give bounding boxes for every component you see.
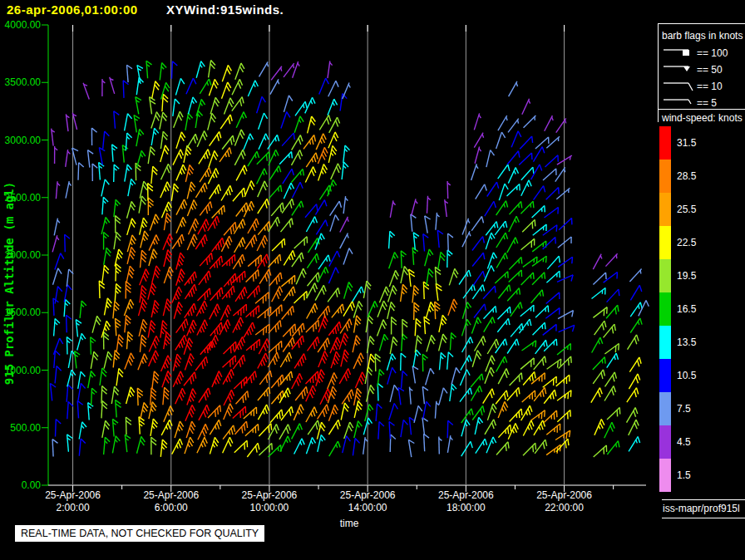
speed-tick-label: 16.5 [677,303,696,315]
wind-barb [511,131,521,147]
barb-pennant50-icon [660,62,697,77]
speed-tick-label: 25.5 [677,204,696,215]
wind-barb [258,405,269,420]
wind-barb [318,267,328,282]
x-tick-label: 25-Apr-200610:00:00 [228,489,311,514]
wind-barb [257,96,266,113]
wind-barb [292,169,304,183]
wind-barb [234,238,245,253]
wind-barb [208,113,216,130]
wind-barb [114,165,120,182]
wind-barb [425,249,433,266]
wind-barb [522,341,536,351]
wind-barb [320,389,331,405]
wind-barb [534,420,545,435]
wind-barb [295,101,307,115]
wind-barb [175,78,184,95]
wind-barb [105,298,112,316]
wind-barb [164,250,172,267]
wind-barb [136,97,141,115]
wind-barb [104,437,111,454]
wind-barb [185,272,196,286]
speed-tick-label: 1.5 [677,469,691,481]
wind-barb [605,372,617,386]
wind-barb [75,351,81,369]
wind-barb [210,420,220,435]
wind-barb [390,435,396,452]
wind-barb [521,273,535,285]
wind-barb [486,437,496,453]
speed-swatch [659,459,671,492]
wind-barb [282,306,294,319]
wind-barb [343,248,353,265]
wind-barb [475,336,486,351]
wind-barb [471,386,481,400]
wind-barb [199,405,210,420]
wind-barb [116,263,121,281]
wind-barb [163,299,171,317]
wind-barb [78,383,86,400]
wind-barb [606,305,619,318]
wind-barb [248,219,259,233]
wind-barb [487,182,499,196]
wind-barb [152,266,160,282]
wind-barb [530,410,545,420]
wind-barb [522,391,535,402]
wind-barb [280,371,293,385]
wind-barb [139,319,147,336]
wind-barb [99,148,105,165]
wind-barb [257,235,268,251]
wind-barb [54,351,60,368]
wind-barb [210,304,220,320]
wind-barb [593,370,604,384]
wind-barb [53,338,62,355]
wind-barb [271,391,284,404]
wind-barb [150,419,158,436]
wind-barb [534,387,546,401]
barb-legend-label: == 100 [697,47,728,59]
wind-barb [354,316,362,333]
wind-barb [353,287,364,302]
wind-barb [232,271,245,282]
wind-barb [546,292,560,304]
wind-barb [78,163,84,180]
wind-barb [414,405,422,422]
wind-barb [138,354,147,371]
wind-barb [389,404,398,420]
wind-barb [208,335,219,351]
wind-barb [328,179,337,196]
wind-barb [331,164,341,179]
wind-barb [176,319,188,333]
wind-barb [224,390,234,405]
wind-barb [292,424,303,440]
wind-barb [401,267,408,284]
wind-barb [547,256,560,269]
wind-barb [521,405,532,420]
wind-barb [112,145,117,162]
wind-barbs [51,61,649,458]
wind-profiler-window: 26-apr-2006,01:00:00 XYWind:915winds. 91… [0,0,745,560]
wind-barb [329,441,340,456]
wind-barb [545,115,554,131]
wind-barb [269,321,281,334]
wind-barb [389,253,398,269]
wind-barb [67,269,73,287]
wind-barb [556,439,569,452]
wind-barb [593,357,605,370]
wind-barb [509,216,520,232]
x-tick-label: 25-Apr-200618:00:00 [424,489,507,514]
wind-barb [210,132,221,146]
wind-barb [187,389,196,405]
wind-barb [377,383,382,400]
wind-barb [67,315,72,332]
wind-barb [339,369,350,384]
wind-barb [125,353,134,370]
wind-barb [292,373,303,389]
wind-barb [308,337,319,351]
y-tick-label: 3500.00 [1,76,41,88]
wind-barb [422,418,428,435]
wind-barb [232,79,243,95]
wind-barb [535,340,548,354]
wind-barb [197,320,208,336]
wind-barb [427,268,433,286]
